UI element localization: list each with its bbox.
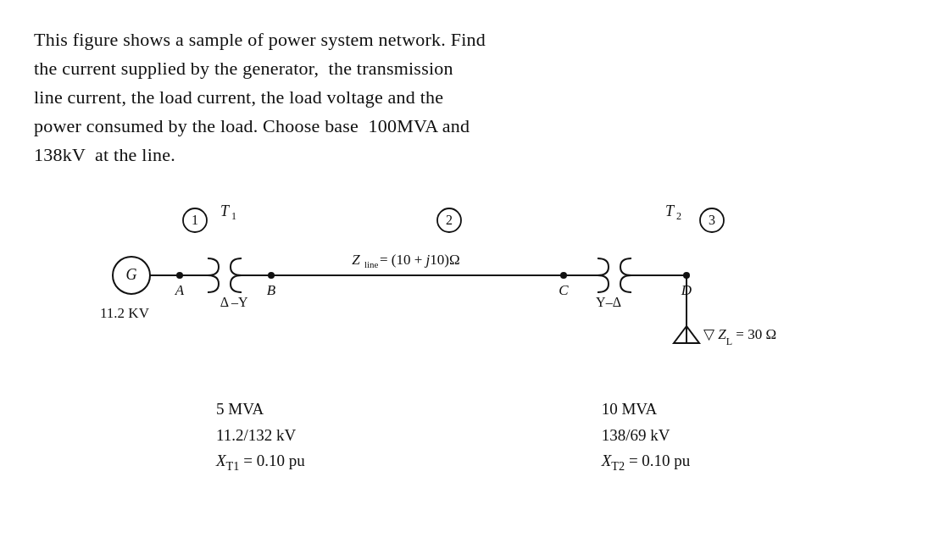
t2-mva: 10 MVA [602,396,691,422]
svg-text:= (10 + j10)Ω: = (10 + j10)Ω [380,252,460,268]
problem-text: This figure shows a sample of power syst… [34,25,911,169]
svg-text:2: 2 [676,210,681,222]
diagram-labels: 5 MVA 11.2/132 kV XT1 = 0.10 pu 10 MVA 1… [85,396,848,475]
svg-text:C: C [559,282,569,298]
t1-x: XT1 = 0.10 pu [216,448,305,476]
svg-text:T: T [665,202,675,219]
svg-text:▽ ZL = 30 Ω: ▽ ZL = 30 Ω [703,326,776,347]
transformer1-label: 5 MVA 11.2/132 kV XT1 = 0.10 pu [216,396,305,475]
page-content: This figure shows a sample of power syst… [34,25,911,476]
svg-text:B: B [267,282,276,298]
circuit-svg: 1 T 1 2 T 2 3 G A [85,195,848,390]
svg-text:1: 1 [231,210,236,222]
transformer2-label: 10 MVA 138/69 kV XT2 = 0.10 pu [602,396,691,475]
t2-kv: 138/69 kV [602,423,691,448]
svg-text:A: A [175,282,185,298]
svg-text:Z: Z [352,252,360,268]
t1-mva: 5 MVA [216,396,305,422]
svg-text:3: 3 [709,213,715,227]
svg-text:Δ: Δ [220,295,229,309]
circuit-diagram: 1 T 1 2 T 2 3 G A [85,195,848,475]
svg-text:line: line [364,259,379,269]
t1-kv: 11.2/132 kV [216,423,305,448]
svg-text:Y–Δ: Y–Δ [596,295,621,309]
svg-text:G: G [126,266,137,283]
svg-text:2: 2 [446,213,453,227]
svg-text:11.2 KV: 11.2 KV [100,305,150,321]
t2-x: XT2 = 0.10 pu [602,448,691,476]
svg-text:–Y: –Y [231,295,248,309]
svg-text:1: 1 [192,213,198,227]
svg-text:T: T [220,202,231,219]
